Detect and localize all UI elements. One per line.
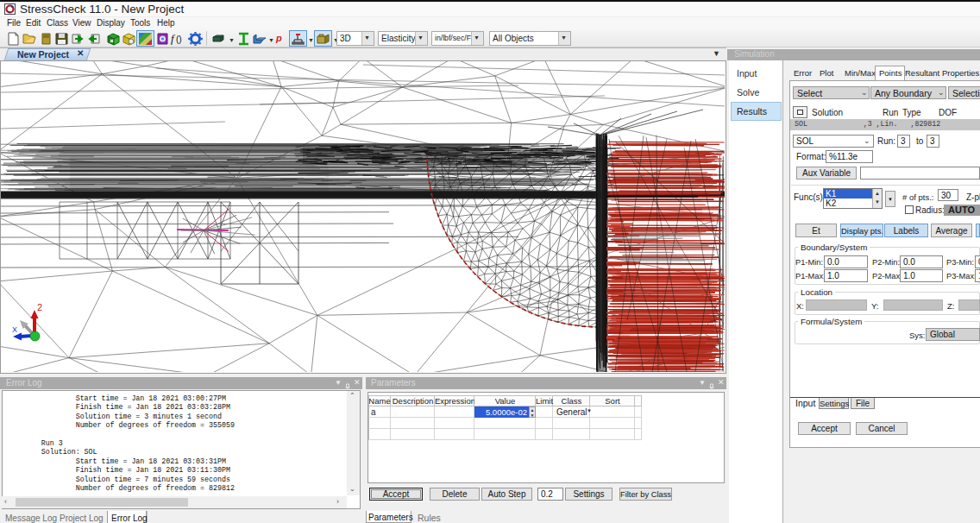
svg-text:X: X [12, 325, 17, 334]
svg-text:2: 2 [37, 302, 42, 312]
svg-text:(): () [176, 35, 182, 44]
